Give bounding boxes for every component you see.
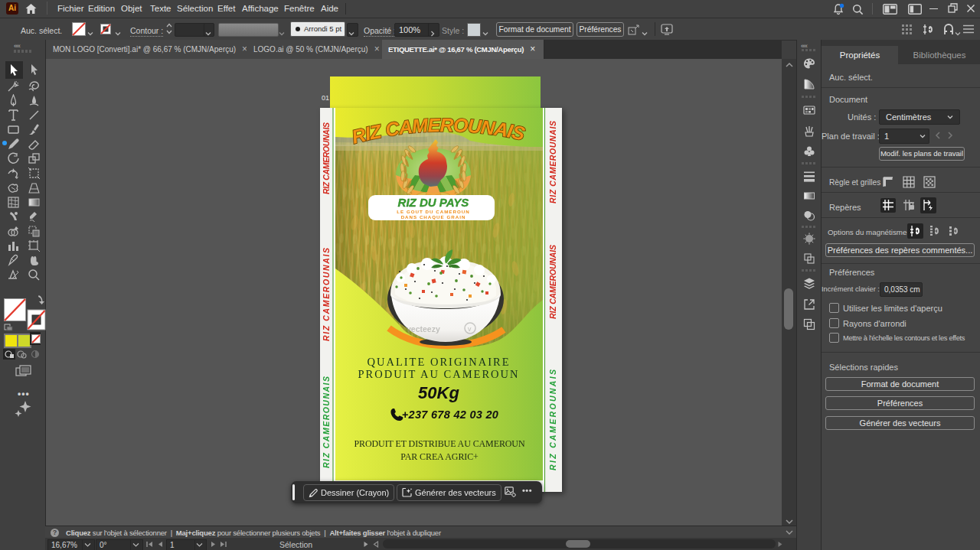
svg-text:RIZ DU PAYS: RIZ DU PAYS (398, 196, 469, 209)
svg-text:RIZ CAMEROUNAIS: RIZ CAMEROUNAIS (548, 121, 557, 203)
svg-text:+237 678 42 03 20: +237 678 42 03 20 (402, 408, 498, 421)
svg-text:RIZ CAMEROUNAIS: RIZ CAMEROUNAIS (548, 369, 557, 470)
svg-text:RIZ CAMEROUNAIS: RIZ CAMEROUNAIS (322, 376, 331, 468)
svg-text:PAR CREA AGRIC+: PAR CREA AGRIC+ (400, 451, 479, 462)
svg-text:50Kg: 50Kg (418, 383, 459, 402)
svg-text:RIZ CAMEROUNAIS: RIZ CAMEROUNAIS (548, 245, 557, 319)
svg-text:v: v (468, 325, 472, 333)
svg-text:PRODUIT ET DISTRIBUE AU CAMERO: PRODUIT ET DISTRIBUE AU CAMEROUN (354, 438, 524, 449)
svg-text:vecteezy: vecteezy (407, 324, 440, 334)
svg-text:LE GOUT DU CAMEROUN: LE GOUT DU CAMEROUN (397, 209, 469, 214)
svg-text:RIZ CAMEROUNAIS: RIZ CAMEROUNAIS (322, 248, 331, 341)
svg-text:QUALITE ORIGINAIRE: QUALITE ORIGINAIRE (367, 356, 510, 368)
svg-text:RIZ CAMEROUNAIS: RIZ CAMEROUNAIS (322, 122, 331, 194)
svg-text:PRODUIT AU CAMEROUN: PRODUIT AU CAMEROUN (358, 368, 520, 380)
svg-text:DANS CHAQUE GRAIN: DANS CHAQUE GRAIN (401, 214, 466, 220)
